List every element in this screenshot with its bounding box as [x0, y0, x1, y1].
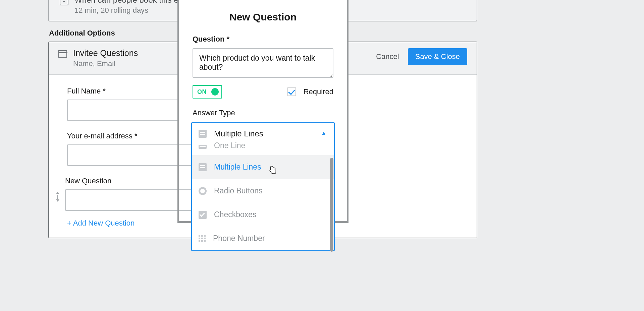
- invitee-header-texts: Invitee Questions Name, Email: [73, 48, 138, 68]
- multiple-lines-icon: [199, 163, 207, 171]
- secondary-line-text: One Line: [214, 141, 245, 150]
- selected-answer-type-text: Multiple Lines: [214, 129, 263, 138]
- chevron-up-icon: ▲: [321, 130, 327, 137]
- option-multiple-lines-label: Multiple Lines: [214, 163, 261, 172]
- option-radio-label: Radio Buttons: [214, 186, 262, 195]
- new-question-modal: New Question Question * ON Required Answ…: [179, 0, 347, 121]
- invitee-questions-subtitle: Name, Email: [73, 59, 138, 68]
- dropdown-secondary-row: One Line: [199, 141, 327, 155]
- required-group: Required: [287, 87, 333, 96]
- option-multiple-lines[interactable]: Multiple Lines: [192, 155, 334, 179]
- answer-type-label: Answer Type: [193, 109, 333, 117]
- multiple-lines-icon: [199, 130, 207, 138]
- option-radio-buttons[interactable]: Radio Buttons: [192, 179, 334, 203]
- option-checkboxes[interactable]: Checkboxes: [192, 203, 334, 227]
- question-field-label: Question *: [193, 35, 333, 44]
- toggle-on-label: ON: [197, 88, 207, 96]
- option-checkboxes-label: Checkboxes: [214, 210, 257, 219]
- dropdown-selected-row: Multiple Lines: [199, 126, 327, 141]
- toggle-required-row: ON Required: [193, 85, 333, 99]
- required-label: Required: [304, 87, 333, 96]
- checkbox-icon: [199, 211, 207, 219]
- modal-title: New Question: [193, 11, 333, 23]
- header-actions: Cancel Save & Close: [375, 48, 467, 65]
- drag-handle-icon[interactable]: [54, 192, 60, 202]
- dropdown-options-list: Multiple Lines Radio Buttons Checkboxes …: [192, 155, 334, 250]
- question-textarea[interactable]: [193, 48, 333, 78]
- form-icon: [58, 50, 67, 58]
- answer-type-dropdown[interactable]: Multiple Lines One Line ▲ Multiple Lines…: [191, 122, 335, 251]
- required-checkbox[interactable]: [287, 87, 296, 96]
- invitee-questions-title: Invitee Questions: [73, 48, 138, 58]
- calendar-dot-icon: [60, 0, 68, 5]
- option-phone-number[interactable]: Phone Number: [192, 227, 334, 250]
- save-close-button[interactable]: Save & Close: [408, 48, 467, 65]
- option-phone-label: Phone Number: [213, 234, 265, 243]
- dropdown-scrollbar[interactable]: [330, 158, 333, 252]
- active-toggle[interactable]: ON: [193, 85, 222, 99]
- cancel-button[interactable]: Cancel: [375, 49, 400, 64]
- dropdown-selected-area[interactable]: Multiple Lines One Line ▲: [192, 123, 334, 155]
- one-line-icon: [199, 145, 207, 149]
- phone-keypad-icon: [199, 235, 206, 242]
- toggle-knob: [211, 88, 219, 96]
- radio-icon: [199, 187, 207, 195]
